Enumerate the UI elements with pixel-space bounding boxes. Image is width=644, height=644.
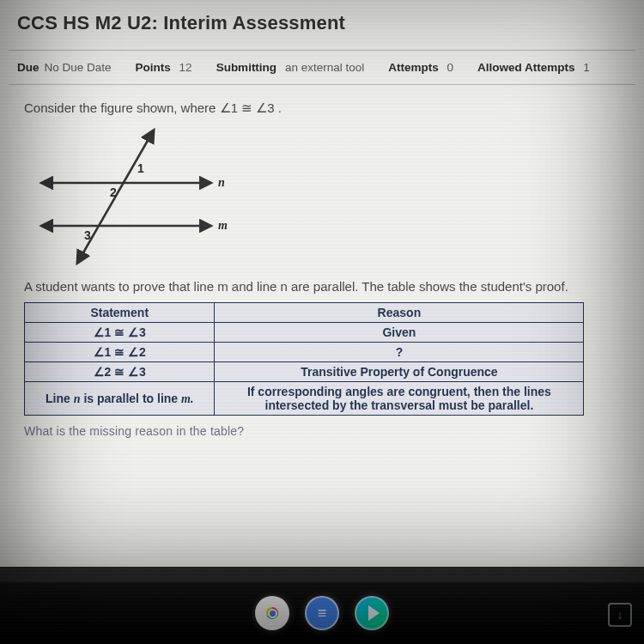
- col-statement: Statement: [25, 303, 215, 323]
- table-row: ∠1 ≅ ∠3 Given: [25, 323, 584, 343]
- os-taskbar: ≡: [0, 582, 644, 644]
- table-header-row: Statement Reason: [25, 303, 584, 323]
- page-title: CCS HS M2 U2: Interim Assessment: [17, 12, 627, 34]
- page-header: CCS HS M2 U2: Interim Assessment: [0, 0, 644, 50]
- line-n-label: n: [218, 176, 225, 189]
- play-store-icon[interactable]: [355, 596, 389, 630]
- reason-1: Given: [215, 323, 584, 343]
- table-row: ∠2 ≅ ∠3 Transitive Property of Congruenc…: [25, 362, 584, 382]
- bottom-fade: [0, 489, 644, 567]
- divider: [9, 84, 635, 85]
- screenshot-indicator-icon[interactable]: [608, 603, 632, 627]
- table-row: Line n is parallel to line m. If corresp…: [25, 382, 584, 416]
- chrome-icon[interactable]: [255, 596, 289, 630]
- google-docs-icon[interactable]: ≡: [305, 596, 339, 630]
- stmt-4: Line n is parallel to line m.: [25, 382, 215, 416]
- line-m-label: m: [218, 219, 228, 232]
- meta-points: Points 12: [136, 61, 192, 74]
- stmt-3: ∠2 ≅ ∠3: [25, 362, 215, 382]
- question-followup: A student wants to prove that line m and…: [24, 279, 620, 294]
- stmt-1: ∠1 ≅ ∠3: [25, 323, 215, 343]
- assignment-meta: DueNo Due Date Points 12 Submitting an e…: [0, 51, 644, 84]
- reason-2-missing: ?: [215, 343, 584, 362]
- figure-svg: 1 2 3 n m: [27, 123, 251, 269]
- question-content: Consider the figure shown, where ∠1 ≅ ∠3…: [0, 95, 644, 443]
- lms-page: CCS HS M2 U2: Interim Assessment DueNo D…: [0, 0, 644, 567]
- angle-3-label: 3: [84, 228, 91, 242]
- col-reason: Reason: [215, 303, 584, 323]
- table-row: ∠1 ≅ ∠2 ?: [25, 343, 584, 362]
- reason-3: Transitive Property of Congruence: [215, 362, 584, 382]
- meta-allowed: Allowed Attempts 1: [477, 61, 590, 74]
- meta-submitting: Submitting an external tool: [216, 61, 365, 74]
- cutoff-text: What is the missing reason in the table?: [24, 424, 620, 438]
- stmt-2: ∠1 ≅ ∠2: [25, 343, 215, 362]
- angle-2-label: 2: [110, 185, 117, 199]
- meta-attempts: Attempts 0: [388, 61, 453, 74]
- meta-due: DueNo Due Date: [17, 61, 112, 74]
- proof-table: Statement Reason ∠1 ≅ ∠3 Given ∠1 ≅ ∠2 ?…: [24, 302, 584, 416]
- angle-1-label: 1: [137, 161, 144, 175]
- geometry-figure: 1 2 3 n m: [27, 123, 620, 272]
- reason-4: If corresponding angles are congruent, t…: [215, 382, 584, 416]
- question-prompt: Consider the figure shown, where ∠1 ≅ ∠3…: [24, 100, 620, 116]
